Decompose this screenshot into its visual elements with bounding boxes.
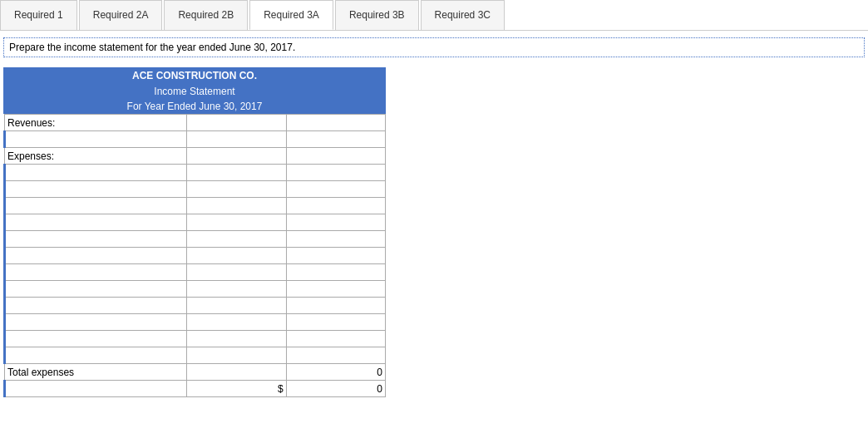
expense-amt-right-2[interactable]: [289, 184, 382, 195]
expense-name-6[interactable]: [8, 250, 184, 262]
net-income-row: $ 0: [5, 381, 386, 397]
expenses-label: Expenses:: [5, 148, 187, 165]
expense-amt-mid-6[interactable]: [190, 250, 283, 262]
expense-row-2: [5, 181, 386, 198]
expense-amt-right-7[interactable]: [289, 267, 382, 278]
expenses-right-input[interactable]: [289, 150, 382, 162]
expense-name-7[interactable]: [8, 267, 184, 278]
instruction-text: Prepare the income statement for the yea…: [3, 37, 865, 57]
revenue-amount-right[interactable]: [286, 131, 385, 148]
tab-required2b[interactable]: Required 2B: [164, 0, 248, 30]
expense-amt-right-5[interactable]: [289, 234, 382, 245]
expense-amt-right-1[interactable]: [289, 167, 382, 179]
expense-row-6: [5, 248, 386, 264]
tab-bar: Required 1 Required 2A Required 2B Requi…: [0, 0, 868, 31]
expenses-right-cell[interactable]: [286, 148, 385, 165]
expense-amt-mid-3[interactable]: [190, 200, 283, 212]
statement-period: For Year Ended June 30, 2017: [3, 99, 386, 114]
revenue-label-input[interactable]: [5, 131, 187, 148]
expense-amt-mid-2[interactable]: [190, 184, 283, 195]
expense-row-10: [5, 314, 386, 331]
expense-amt-right-4[interactable]: [289, 217, 382, 229]
total-expenses-label: Total expenses: [5, 364, 187, 381]
expense-row-3: [5, 198, 386, 214]
expense-name-5[interactable]: [8, 234, 184, 245]
expense-row-7: [5, 264, 386, 281]
expense-row-5: [5, 231, 386, 248]
expense-amt-mid-12[interactable]: [190, 350, 283, 362]
total-expenses-value: 0: [286, 364, 385, 381]
expense-amt-right-11[interactable]: [289, 333, 382, 345]
expense-name-12[interactable]: [8, 350, 184, 362]
expenses-mid-cell[interactable]: [187, 148, 286, 165]
revenues-mid-input[interactable]: [190, 117, 283, 129]
revenues-right-input[interactable]: [289, 117, 382, 129]
expense-name-9[interactable]: [8, 300, 184, 312]
expense-amt-mid-1[interactable]: [190, 167, 283, 179]
tab-required3a[interactable]: Required 3A: [249, 0, 333, 30]
net-income-value: 0: [286, 381, 385, 397]
revenue-name-input[interactable]: [8, 134, 184, 145]
dollar-sign: $: [187, 381, 286, 397]
expense-amt-right-3[interactable]: [289, 200, 382, 212]
expense-name-3[interactable]: [8, 200, 184, 212]
expense-amt-right-10[interactable]: [289, 317, 382, 328]
expenses-label-row: Expenses:: [5, 148, 386, 165]
tab-required2a[interactable]: Required 2A: [79, 0, 163, 30]
expense-amt-mid-5[interactable]: [190, 234, 283, 245]
expense-name-11[interactable]: [8, 333, 184, 345]
expense-row-9: [5, 298, 386, 314]
expense-row-8: [5, 281, 386, 298]
revenues-label: Revenues:: [5, 115, 187, 131]
revenues-right-cell[interactable]: [286, 115, 385, 131]
expense-row-11: [5, 331, 386, 347]
expense-amt-right-6[interactable]: [289, 250, 382, 262]
tab-required3c[interactable]: Required 3C: [421, 0, 505, 30]
statement-title: Income Statement: [3, 84, 386, 99]
expense-amt-mid-10[interactable]: [190, 317, 283, 328]
expense-amt-right-9[interactable]: [289, 300, 382, 312]
expense-amt-right-8[interactable]: [289, 283, 382, 295]
expense-amt-mid-4[interactable]: [190, 217, 283, 229]
revenues-label-row: Revenues:: [5, 115, 386, 131]
revenue-amount-mid[interactable]: [187, 131, 286, 148]
expenses-mid-input[interactable]: [190, 150, 283, 162]
net-income-label-input[interactable]: [8, 383, 184, 395]
revenues-mid-cell[interactable]: [187, 115, 286, 131]
expense-name-10[interactable]: [8, 317, 184, 328]
expense-name-8[interactable]: [8, 283, 184, 295]
statement-table: Revenues: Expenses:: [3, 114, 386, 397]
total-expenses-row: Total expenses 0: [5, 364, 386, 381]
expense-amt-mid-8[interactable]: [190, 283, 283, 295]
tab-required1[interactable]: Required 1: [0, 0, 77, 30]
expense-amt-mid-11[interactable]: [190, 333, 283, 345]
company-name: ACE CONSTRUCTION CO.: [3, 67, 386, 84]
expense-amt-mid-7[interactable]: [190, 267, 283, 278]
expense-name-2[interactable]: [8, 184, 184, 195]
expense-name-4[interactable]: [8, 217, 184, 229]
tab-required3b[interactable]: Required 3B: [335, 0, 419, 30]
revenue-amount-right-input[interactable]: [289, 134, 382, 145]
expense-row-12: [5, 347, 386, 364]
total-expenses-mid-input[interactable]: [190, 367, 283, 378]
expense-amt-mid-9[interactable]: [190, 300, 283, 312]
revenue-amount-mid-input[interactable]: [190, 134, 283, 145]
expense-amt-right-12[interactable]: [289, 350, 382, 362]
revenue-input-row: [5, 131, 386, 148]
expense-row-4: [5, 214, 386, 231]
expense-row-1: [5, 165, 386, 181]
income-statement: ACE CONSTRUCTION CO. Income Statement Fo…: [3, 67, 386, 397]
expense-name-1[interactable]: [8, 167, 184, 179]
